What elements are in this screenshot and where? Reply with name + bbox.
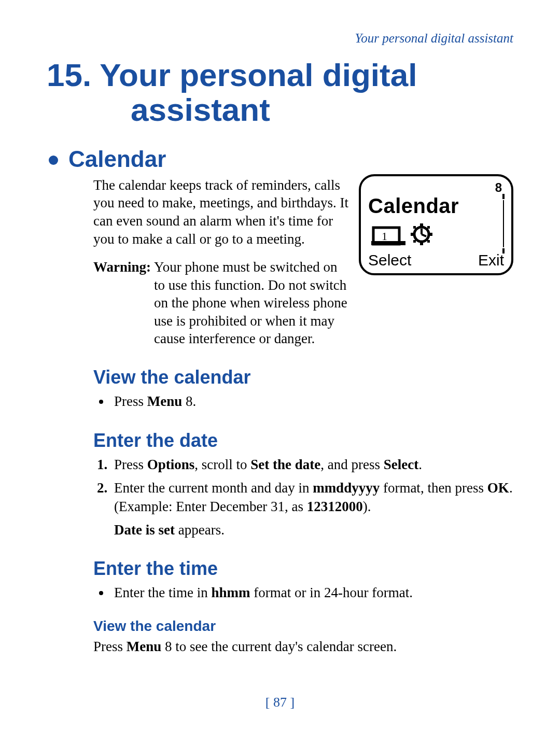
- warning-block: Warning: Your phone must be switched on …: [93, 258, 348, 348]
- section-heading-calendar: Calendar: [47, 146, 513, 172]
- subhead-view-calendar: View the calendar: [93, 365, 513, 389]
- page: Your personal digital assistant 15. Your…: [0, 0, 560, 732]
- svg-rect-8: [411, 233, 414, 236]
- text: Enter the time in: [114, 585, 211, 600]
- bold-text: Menu: [127, 639, 162, 654]
- text: appears.: [175, 522, 225, 538]
- warning-label: Warning:: [93, 258, 151, 276]
- bold-text: Date is set: [114, 522, 175, 538]
- section-heading-text: Calendar: [68, 146, 166, 172]
- svg-rect-9: [429, 233, 432, 236]
- running-header: Your personal digital assistant: [47, 31, 513, 46]
- svg-rect-7: [420, 242, 423, 245]
- chapter-title: 15. Your personal digital assistant: [47, 58, 513, 128]
- svg-rect-13: [427, 240, 430, 243]
- calendar-body: 8 Calendar 1: [93, 176, 513, 655]
- bold-text: Set the date: [250, 457, 320, 472]
- text: Press: [114, 457, 147, 472]
- bold-text: 12312000: [307, 499, 363, 514]
- svg-rect-11: [427, 226, 430, 229]
- text: .: [418, 457, 422, 472]
- text: 8.: [182, 393, 196, 409]
- phone-screen-frame: 8 Calendar 1: [359, 174, 513, 276]
- text: format, then press: [380, 480, 487, 496]
- chapter-number: 15.: [47, 57, 91, 93]
- text: 8 to see the current day's calendar scre…: [161, 639, 397, 654]
- text: Enter the current month and day in: [114, 480, 313, 496]
- svg-rect-10: [413, 226, 416, 229]
- page-number: [ 87 ]: [0, 695, 560, 710]
- text: ).: [363, 499, 371, 514]
- bold-text: mmddyyyy: [313, 480, 380, 496]
- warning-text: Your phone must be switched on to use th…: [154, 258, 348, 348]
- text: Press: [114, 393, 147, 409]
- list-item: Enter the current month and day in mmddy…: [111, 479, 513, 516]
- bullet-icon: [49, 156, 58, 165]
- text: , scroll to: [194, 457, 250, 472]
- svg-rect-12: [413, 240, 416, 243]
- view-calendar-list: Press Menu 8.: [93, 392, 513, 411]
- list-item: Press Options, scroll to Set the date, a…: [111, 456, 513, 474]
- bold-text: Select: [384, 457, 418, 472]
- view-calendar-2-text: Press Menu 8 to see the current day's ca…: [93, 638, 513, 656]
- text: format or in 24-hour format.: [250, 585, 412, 600]
- subhead-enter-time: Enter the time: [93, 557, 513, 581]
- phone-screen-icons: 1: [368, 219, 504, 251]
- calendar-page-icon: 1: [371, 222, 405, 246]
- subhead-enter-date: Enter the date: [93, 429, 513, 453]
- enter-time-list: Enter the time in hhmm format or in 24-h…: [93, 584, 513, 602]
- bold-text: hhmm: [211, 585, 250, 600]
- phone-softkey-left: Select: [368, 250, 411, 270]
- svg-rect-6: [420, 223, 423, 227]
- text: Press: [93, 639, 127, 654]
- svg-text:1: 1: [382, 230, 387, 243]
- chapter-title-line1: Your personal digital: [100, 57, 417, 93]
- list-item: Press Menu 8.: [111, 392, 513, 411]
- minihead-view-calendar: View the calendar: [93, 617, 513, 636]
- enter-date-steps: Press Options, scroll to Set the date, a…: [93, 456, 513, 516]
- bold-text: Menu: [147, 393, 183, 409]
- chapter-title-line2: assistant: [47, 93, 513, 128]
- clock-gear-icon: [410, 222, 433, 246]
- list-item: Enter the time in hhmm format or in 24-h…: [111, 584, 513, 602]
- svg-rect-1: [371, 241, 405, 245]
- bold-text: Options: [147, 457, 195, 472]
- phone-menu-index: 8: [368, 181, 504, 194]
- date-confirm: Date is set appears.: [114, 521, 513, 539]
- phone-scrollbar: [500, 194, 506, 254]
- text: , and press: [320, 457, 383, 472]
- phone-screen-title: Calendar: [368, 193, 504, 219]
- phone-screenshot: 8 Calendar 1: [359, 174, 513, 276]
- svg-line-5: [422, 234, 426, 236]
- bold-text: OK: [487, 480, 509, 496]
